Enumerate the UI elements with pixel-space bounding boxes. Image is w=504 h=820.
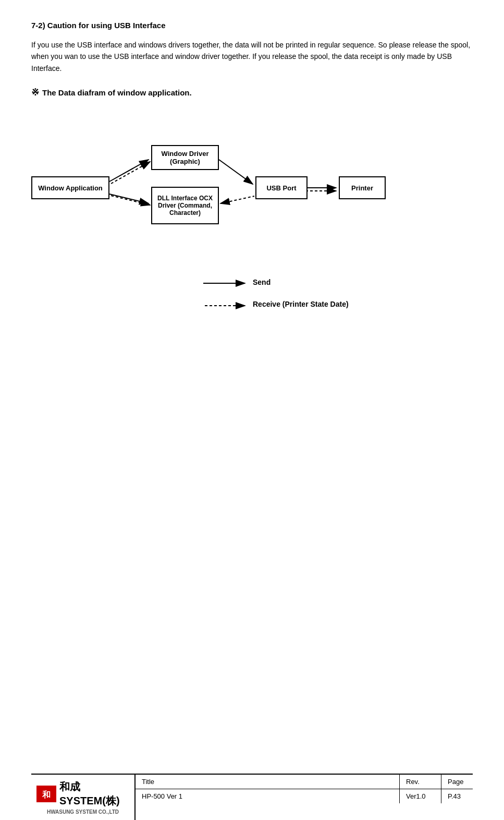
svg-line-4: [109, 160, 149, 182]
footer-header-row: Title Rev. Page: [136, 775, 473, 789]
footer: 和 和成SYSTEM(株) HWASUNG SYSTEM CO.,LTD Tit…: [31, 774, 473, 820]
footer-title-header: Title: [136, 775, 400, 789]
diagram-area: Window Application Window Driver (Graphi…: [31, 114, 473, 333]
svg-line-8: [219, 160, 253, 184]
footer-info: Title Rev. Page HP-500 Ver 1 Ver1.0 P.43: [136, 775, 473, 820]
diagram-arrows: [31, 114, 473, 333]
logo-text: 和成SYSTEM(株): [59, 780, 129, 808]
svg-line-7: [111, 196, 150, 205]
legend-send-label: Send: [253, 278, 271, 286]
spacer: [31, 343, 473, 774]
logo-subtitle: HWASUNG SYSTEM CO.,LTD: [47, 809, 119, 815]
svg-line-6: [109, 194, 149, 203]
footer-rev-value: Ver1.0: [400, 789, 441, 803]
logo-icon: 和: [36, 786, 56, 802]
svg-line-9: [220, 196, 254, 203]
logo-svg: 和: [36, 786, 56, 802]
svg-text:和: 和: [42, 790, 51, 799]
footer-title-value: HP-500 Ver 1: [136, 789, 400, 803]
svg-line-5: [111, 162, 150, 184]
legend-receive-label: Receive (Printer State Date): [253, 300, 349, 308]
section-title: 7-2) Caution for using USB Interface: [31, 21, 473, 30]
footer-value-row: HP-500 Ver 1 Ver1.0 P.43: [136, 789, 473, 803]
page: 7-2) Caution for using USB Interface If …: [0, 0, 504, 820]
footer-page-value: P.43: [441, 789, 473, 803]
body-text: If you use the USB interface and windows…: [31, 39, 473, 74]
footer-page-header: Page: [441, 775, 473, 789]
logo-row: 和 和成SYSTEM(株): [36, 780, 129, 808]
diagram-title-text: The Data diafram of window application.: [42, 88, 192, 97]
diagram-title-symbol: ※: [31, 87, 39, 98]
diagram-title: ※The Data diafram of window application.: [31, 87, 473, 98]
footer-logo: 和 和成SYSTEM(株) HWASUNG SYSTEM CO.,LTD: [31, 775, 136, 820]
footer-rev-header: Rev.: [400, 775, 441, 789]
logo-box: 和 和成SYSTEM(株) HWASUNG SYSTEM CO.,LTD: [36, 780, 129, 815]
